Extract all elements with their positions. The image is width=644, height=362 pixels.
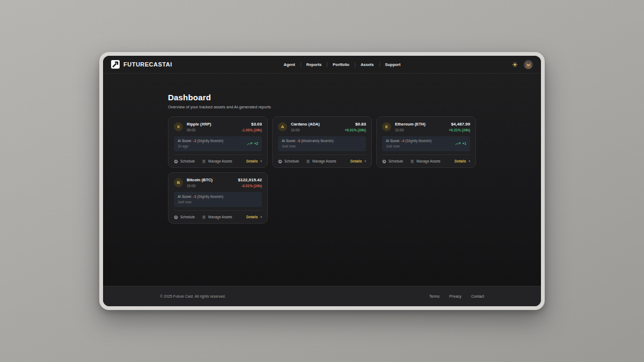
manage-assets-label: Manage Assets: [416, 159, 440, 163]
main-nav: Agent Reports Portfolio Assets Support: [172, 62, 512, 67]
ai-score-value: -3: [193, 139, 196, 143]
ai-score-box: AI Score: -6 (Moderately Bearish) Just n…: [278, 136, 366, 151]
footer-link-contact[interactable]: Contact: [471, 294, 484, 298]
card-actions: Schedule Manage Assets Details ›: [174, 210, 262, 223]
browser-window-frame: FUTURECASTAI Agent Reports Portfolio Ass…: [99, 52, 545, 310]
footer-link-privacy[interactable]: Privacy: [449, 294, 462, 298]
trash-icon: [202, 159, 206, 164]
manage-assets-button[interactable]: Manage Assets: [306, 159, 336, 164]
app-window: FUTURECASTAI Agent Reports Portfolio Ass…: [103, 56, 541, 306]
trend-value: +1: [463, 142, 466, 145]
details-button[interactable]: Details ›: [246, 159, 262, 163]
ai-score-box: AI Score: -3 (Slightly Bearish) Just now: [174, 192, 262, 207]
ai-score-label: AI Score:: [178, 139, 192, 143]
trend-value: +2: [254, 142, 258, 145]
asset-time: 10:00: [395, 128, 426, 132]
chevron-right-icon: ›: [260, 160, 262, 163]
chevron-right-icon: ›: [260, 216, 262, 219]
schedule-label: Schedule: [389, 159, 403, 163]
updated-time: 1h ago: [178, 144, 223, 148]
asset-change: +0.21% (24h): [449, 128, 470, 132]
schedule-label: Schedule: [180, 215, 195, 219]
details-button[interactable]: Details ›: [350, 159, 366, 163]
asset-name: Bitcoin (BTC): [187, 178, 213, 182]
schedule-label: Schedule: [180, 159, 195, 163]
card-header: B Bitcoin (BTC) 10:00 $122,015.42 -0.01%…: [174, 178, 262, 188]
details-label: Details: [246, 159, 258, 163]
asset-price: $0.83: [345, 122, 366, 127]
trend-up-icon: [247, 142, 253, 145]
trend-badge: +1: [455, 142, 466, 145]
ai-sentiment: (Slightly Bearish): [197, 195, 223, 198]
ai-score-box: AI Score: -4 (Slightly Bearish) Just now: [382, 136, 470, 151]
schedule-button[interactable]: Schedule: [382, 159, 403, 164]
brand-name: FUTURECASTAI: [123, 61, 172, 68]
details-label: Details: [455, 159, 466, 163]
footer: © 2025 Future Cast. All rights reserved.…: [103, 286, 541, 306]
ai-sentiment: (Slightly Bearish): [405, 139, 431, 143]
ai-score-value: -4: [401, 139, 405, 143]
gear-icon: [174, 215, 178, 219]
manage-assets-label: Manage Assets: [208, 159, 232, 163]
user-avatar[interactable]: [524, 60, 533, 69]
manage-assets-button[interactable]: Manage Assets: [202, 215, 232, 219]
details-label: Details: [350, 159, 362, 163]
main-content: Dashboard Overview of your tracked asset…: [103, 73, 541, 286]
asset-name: Cardano (ADA): [291, 122, 320, 127]
card-actions: Schedule Manage Assets Details ›: [174, 154, 262, 167]
manage-assets-label: Manage Assets: [312, 159, 336, 163]
ai-score-value: -3: [193, 195, 196, 198]
details-button[interactable]: Details ›: [246, 215, 262, 219]
card-header: A Cardano (ADA) 10:00 $0.83 +0.01% (24h): [278, 122, 366, 132]
schedule-label: Schedule: [284, 159, 299, 163]
nav-item-agent[interactable]: Agent: [278, 62, 300, 67]
schedule-button[interactable]: Schedule: [174, 159, 195, 164]
asset-time: 09:00: [187, 128, 211, 132]
footer-link-terms[interactable]: Terms: [429, 294, 440, 298]
card-actions: Schedule Manage Assets Details ›: [382, 154, 470, 167]
asset-card-ripple: X Ripple (XRP) 09:00 $3.03 -1.93% (24h): [168, 116, 268, 168]
asset-change: +0.01% (24h): [345, 128, 366, 132]
nav-item-reports[interactable]: Reports: [301, 62, 327, 67]
details-button[interactable]: Details ›: [455, 159, 470, 163]
schedule-button[interactable]: Schedule: [278, 159, 299, 164]
trash-icon: [306, 159, 310, 164]
asset-card-cardano: A Cardano (ADA) 10:00 $0.83 +0.01% (24h): [272, 116, 372, 168]
theme-toggle-sun-icon[interactable]: [512, 62, 518, 68]
card-header: X Ripple (XRP) 09:00 $3.03 -1.93% (24h): [174, 122, 262, 132]
gear-icon: [278, 159, 282, 164]
nav-item-assets[interactable]: Assets: [355, 62, 379, 67]
asset-change: -1.93% (24h): [241, 128, 262, 132]
asset-card-bitcoin: B Bitcoin (BTC) 10:00 $122,015.42 -0.01%…: [168, 172, 268, 224]
copyright-text: © 2025 Future Cast. All rights reserved.: [160, 294, 226, 298]
trash-icon: [410, 159, 414, 164]
asset-card-grid: X Ripple (XRP) 09:00 $3.03 -1.93% (24h): [168, 116, 476, 224]
futurecast-logo-icon: [111, 60, 120, 69]
gear-icon: [382, 159, 386, 164]
asset-symbol-badge: A: [278, 122, 287, 131]
ai-score-label: AI Score:: [282, 139, 296, 143]
trend-up-icon: [455, 142, 461, 145]
topbar-actions: [512, 60, 533, 69]
brand-logo[interactable]: FUTURECASTAI: [111, 60, 172, 69]
page-title: Dashboard: [168, 93, 476, 102]
ai-score-label: AI Score:: [178, 195, 192, 198]
updated-time: Just now: [386, 144, 431, 148]
asset-symbol-badge: B: [174, 178, 183, 187]
asset-time: 10:00: [187, 184, 213, 188]
asset-price: $122,015.42: [238, 178, 262, 182]
ai-sentiment: (Moderately Bearish): [301, 139, 333, 143]
trash-icon: [202, 215, 206, 219]
updated-time: Just now: [178, 200, 223, 204]
gear-icon: [174, 159, 178, 164]
asset-price: $3.03: [241, 122, 262, 127]
manage-assets-button[interactable]: Manage Assets: [202, 159, 232, 164]
nav-item-support[interactable]: Support: [380, 62, 406, 67]
asset-price: $4,487.99: [449, 122, 470, 127]
asset-name: Ethereum (ETH): [395, 122, 426, 127]
asset-symbol-badge: X: [174, 122, 183, 131]
nav-item-portfolio[interactable]: Portfolio: [327, 62, 355, 67]
manage-assets-button[interactable]: Manage Assets: [410, 159, 440, 164]
schedule-button[interactable]: Schedule: [174, 215, 195, 219]
ai-score-value: -6: [297, 139, 301, 143]
